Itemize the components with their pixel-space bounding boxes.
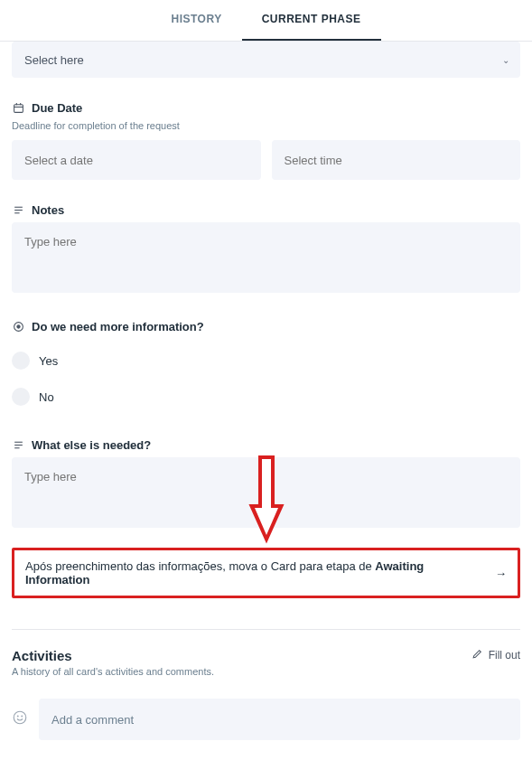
- activities-title: Activities: [12, 648, 214, 663]
- calendar-icon: [12, 102, 24, 115]
- radio-icon: [12, 321, 24, 333]
- notes-input[interactable]: [12, 222, 520, 293]
- radio-yes-label: Yes: [39, 354, 58, 368]
- activities-section: Activities A history of all card's activ…: [12, 629, 520, 740]
- arrow-right-icon: →: [495, 567, 507, 580]
- what-else-label: What else is needed?: [32, 438, 151, 452]
- comment-input[interactable]: [39, 699, 520, 740]
- radio-no[interactable]: No: [12, 379, 520, 415]
- notes-icon: [12, 204, 24, 217]
- phase-tabs: HISTORY CURRENT PHASE: [0, 0, 532, 42]
- fill-out-button[interactable]: Fill out: [471, 648, 520, 662]
- due-date-label: Due Date: [32, 101, 82, 115]
- annotation-arrow-icon: [247, 453, 286, 547]
- notes-label: Notes: [32, 203, 64, 217]
- select-field[interactable]: Select here ⌄: [12, 42, 520, 78]
- svg-point-12: [14, 711, 26, 724]
- radio-no-label: No: [39, 390, 54, 404]
- notes-field: Notes: [12, 203, 520, 296]
- text-icon: [12, 439, 24, 452]
- move-callout[interactable]: Após preenchimento das informações, mova…: [12, 548, 520, 598]
- more-info-field: Do we need more information? Yes No: [12, 320, 520, 415]
- chevron-down-icon: ⌄: [502, 55, 509, 65]
- radio-yes[interactable]: Yes: [12, 343, 520, 379]
- activities-subtitle: A history of all card's activities and c…: [12, 666, 214, 677]
- due-date-field: Due Date Deadline for completion of the …: [12, 101, 520, 180]
- select-placeholder: Select here: [24, 53, 84, 67]
- tab-current-phase[interactable]: CURRENT PHASE: [242, 0, 381, 41]
- svg-point-8: [16, 325, 19, 328]
- due-time-input[interactable]: [272, 140, 521, 180]
- smile-icon: [12, 709, 28, 729]
- due-date-desc: Deadline for completion of the request: [12, 120, 520, 131]
- svg-point-13: [17, 716, 18, 717]
- pencil-icon: [471, 648, 483, 662]
- radio-circle-icon: [12, 352, 30, 370]
- radio-circle-icon: [12, 388, 30, 406]
- due-date-input[interactable]: [12, 140, 261, 180]
- tab-history[interactable]: HISTORY: [151, 0, 241, 41]
- svg-rect-0: [14, 105, 23, 113]
- callout-text: Após preenchimento das informações, mova…: [25, 559, 490, 587]
- svg-point-14: [22, 716, 23, 717]
- more-info-label: Do we need more information?: [32, 320, 204, 333]
